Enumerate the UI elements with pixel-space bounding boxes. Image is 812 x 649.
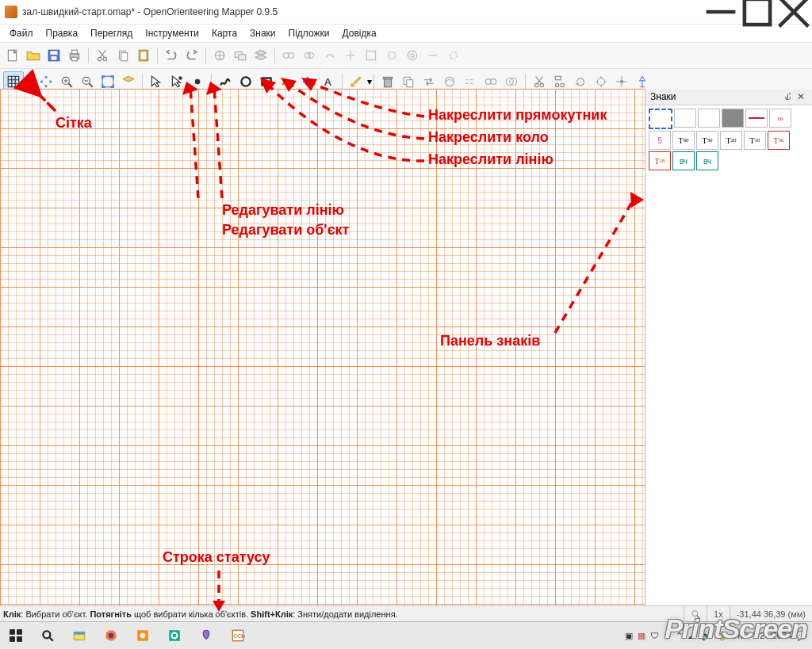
- svg-text:A: A: [324, 76, 331, 88]
- symbol-cell[interactable]: T20: [720, 131, 742, 150]
- menu-map[interactable]: Карта: [205, 26, 243, 40]
- print-button[interactable]: [65, 46, 84, 65]
- tray-icon[interactable]: 🔊: [701, 631, 712, 641]
- tray-icon[interactable]: 🔋: [717, 631, 728, 641]
- svg-rect-10: [72, 57, 78, 61]
- misc-button-9[interactable]: [444, 46, 463, 65]
- copy-button[interactable]: [113, 46, 132, 65]
- menu-file[interactable]: Файл: [3, 26, 40, 40]
- misc-button-5[interactable]: [362, 46, 381, 65]
- mapper-app-button[interactable]: OOM: [222, 622, 254, 649]
- toolbar-main: [0, 43, 812, 69]
- map-canvas[interactable]: [0, 89, 645, 606]
- tray-icon[interactable]: ▣: [625, 631, 633, 641]
- templates-button[interactable]: [231, 46, 250, 65]
- georef-button[interactable]: [210, 46, 229, 65]
- svg-point-25: [289, 53, 294, 59]
- svg-rect-6: [51, 51, 58, 55]
- layers-button[interactable]: [251, 46, 270, 65]
- svg-line-42: [89, 83, 93, 87]
- open-file-button[interactable]: [24, 46, 43, 65]
- minimize-button[interactable]: [703, 0, 739, 24]
- explorer-button[interactable]: [63, 622, 95, 649]
- symbol-cell[interactable]: T36: [768, 131, 790, 150]
- status-zoom[interactable]: 1x: [707, 606, 730, 622]
- symbol-cell[interactable]: T30: [696, 131, 718, 150]
- app-teal-button[interactable]: [159, 622, 190, 649]
- menu-tools[interactable]: Інструменти: [139, 26, 205, 40]
- menu-templates[interactable]: Підложки: [282, 26, 336, 40]
- svg-point-61: [491, 79, 496, 85]
- svg-rect-53: [350, 83, 354, 87]
- undo-button[interactable]: [162, 46, 181, 65]
- system-tray[interactable]: ▣ ▦ 🛡 ⊕ ⌃ ☁ 🔊 🔋 УКР 1/24/2024 💬: [625, 631, 812, 641]
- symbol-cell[interactable]: [745, 109, 768, 128]
- misc-button-8[interactable]: [423, 46, 442, 65]
- misc-button-7[interactable]: [403, 46, 422, 65]
- app-orange-button[interactable]: [127, 622, 159, 649]
- tray-lang[interactable]: УКР: [733, 632, 748, 640]
- start-button[interactable]: [0, 622, 32, 649]
- symbol-cell[interactable]: T60: [672, 131, 695, 150]
- svg-rect-7: [52, 56, 57, 60]
- svg-marker-33: [44, 75, 48, 78]
- tray-icon[interactable]: ▦: [638, 631, 645, 641]
- content-area: Знаки ⫝̸ ✕ ∞ 5 T60 T30 T20 T10 T36 T18 в…: [0, 89, 812, 606]
- svg-rect-91: [169, 630, 180, 641]
- window-title: зал-швидкий-старт.omap* - OpenOrienteeri…: [22, 6, 278, 17]
- menu-help[interactable]: Довідка: [336, 26, 383, 40]
- misc-button-1[interactable]: [279, 46, 298, 65]
- svg-rect-56: [383, 77, 392, 78]
- close-button[interactable]: [776, 0, 812, 24]
- paste-button[interactable]: [134, 46, 153, 65]
- menu-view[interactable]: Перегляд: [84, 26, 139, 40]
- tray-icon[interactable]: ⊕: [664, 631, 671, 641]
- svg-point-50: [241, 77, 250, 86]
- misc-button-6[interactable]: [382, 46, 401, 65]
- symbol-cell[interactable]: T10: [744, 131, 766, 150]
- tray-date: 1/24/2024: [753, 631, 791, 640]
- misc-button-2[interactable]: [300, 46, 319, 65]
- status-zoom-icon[interactable]: [684, 606, 707, 622]
- symbol-cell[interactable]: [674, 109, 696, 128]
- symbol-grid[interactable]: ∞ 5 T60 T30 T20 T10 T36 T18 вч вч: [645, 105, 812, 174]
- titlebar: зал-швидкий-старт.omap* - OpenOrienteeri…: [0, 0, 812, 25]
- svg-rect-21: [239, 55, 246, 60]
- svg-point-31: [408, 51, 416, 59]
- notifications-icon[interactable]: 💬: [796, 631, 807, 641]
- firefox-button[interactable]: [95, 622, 127, 649]
- app-icon: [5, 6, 17, 18]
- symbol-cell[interactable]: [722, 109, 744, 128]
- maximize-button[interactable]: [739, 0, 776, 24]
- pin-icon[interactable]: ⫝̸: [782, 90, 795, 103]
- symbol-cell[interactable]: вч: [696, 151, 718, 170]
- misc-button-4[interactable]: [341, 46, 360, 65]
- tray-icon[interactable]: 🛡: [650, 631, 659, 640]
- symbol-cell[interactable]: 5: [649, 131, 671, 150]
- close-panel-icon[interactable]: ✕: [795, 90, 807, 103]
- save-file-button[interactable]: [44, 46, 63, 65]
- misc-button-3[interactable]: [320, 46, 339, 65]
- tray-icon[interactable]: ☁: [688, 631, 696, 641]
- svg-rect-44: [102, 76, 113, 87]
- status-coords: -31,44 36,39 (мм): [730, 606, 812, 622]
- tray-icon[interactable]: ⌃: [676, 631, 683, 641]
- svg-line-78: [697, 616, 700, 619]
- menu-symbols[interactable]: Знаки: [243, 26, 282, 40]
- new-file-button[interactable]: [3, 46, 22, 65]
- os-taskbar: OOM ▣ ▦ 🛡 ⊕ ⌃ ☁ 🔊 🔋 УКР 1/24/2024 💬: [0, 621, 812, 649]
- svg-rect-86: [74, 632, 85, 635]
- app-purple-button[interactable]: [190, 622, 222, 649]
- symbol-cell[interactable]: [649, 109, 672, 129]
- svg-point-83: [43, 631, 50, 638]
- symbols-panel-label: Знаки: [650, 91, 782, 102]
- svg-rect-28: [366, 51, 375, 59]
- symbol-cell[interactable]: вч: [672, 151, 695, 170]
- search-button[interactable]: [32, 622, 63, 649]
- redo-button[interactable]: [182, 46, 201, 65]
- cut-button[interactable]: [93, 46, 112, 65]
- symbol-cell[interactable]: [698, 109, 720, 128]
- menu-edit[interactable]: Правка: [40, 26, 85, 40]
- symbol-cell[interactable]: T18: [649, 151, 671, 170]
- symbol-cell[interactable]: ∞: [769, 109, 791, 128]
